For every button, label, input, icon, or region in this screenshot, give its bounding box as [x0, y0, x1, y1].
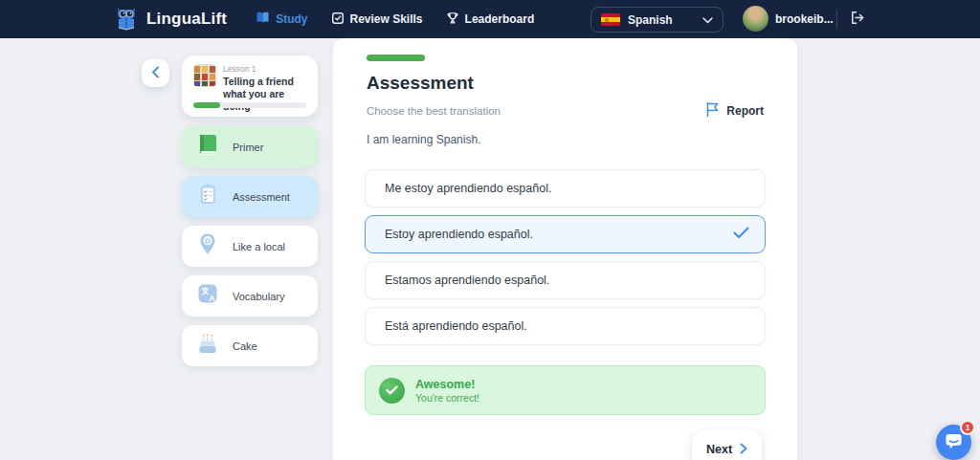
open-book-icon: [256, 11, 270, 27]
sidebar-item-primer[interactable]: Primer: [182, 126, 318, 167]
nav-item-label: Study: [276, 12, 307, 26]
navbar-divider: [836, 10, 837, 29]
instruction-text: Choose the best translation: [367, 105, 501, 117]
sidebar-item-label: Like a local: [233, 241, 285, 252]
flag-icon: [705, 101, 720, 120]
clipboard-icon: [195, 182, 220, 211]
cake-icon: [195, 331, 220, 361]
sidebar-item-cake[interactable]: Cake: [182, 325, 318, 366]
lesson-thumbnail: [193, 64, 216, 87]
feedback-banner: Awesome! You're correct!: [365, 365, 766, 415]
check-icon: [733, 227, 749, 242]
sidebar-item-like-a-local[interactable]: Like a local: [182, 226, 318, 267]
answer-option-text: Me estoy aprendiendo español.: [385, 182, 551, 195]
app-window: LinguaLift Study Rev: [0, 0, 980, 460]
answer-option-selected[interactable]: Estoy aprendiendo español.: [365, 215, 766, 253]
avatar: [743, 6, 768, 32]
primary-nav: Study Review Skills: [256, 11, 534, 28]
language-selector-value: Spanish: [628, 13, 673, 27]
lesson-progress-fill: [193, 102, 220, 108]
chevron-left-icon: [151, 66, 160, 81]
assessment-panel: Assessment Choose the best translation R…: [333, 38, 797, 460]
translate-icon: A: [195, 281, 220, 311]
chat-bubble-icon: [945, 432, 963, 453]
quiz-progress-bar: [367, 55, 425, 61]
sidebar-item-assessment[interactable]: Assessment: [182, 176, 318, 217]
nav-item-label: Review Skills: [350, 12, 423, 26]
next-button[interactable]: Next: [692, 430, 762, 460]
sidebar-item-label: Cake: [233, 340, 257, 352]
logout-icon[interactable]: [849, 10, 865, 30]
lesson-progress-bar: [193, 102, 306, 108]
answer-option-text: Estoy aprendiendo español.: [385, 228, 533, 241]
answer-option-text: Está aprendiendo español.: [385, 319, 527, 333]
owl-logo-icon: [113, 5, 140, 34]
checkbox-icon: [331, 11, 345, 28]
nav-item-leaderboard[interactable]: Leaderboard: [446, 11, 535, 28]
sidebar-item-label: Vocabulary: [233, 291, 284, 302]
spain-flag-icon: [601, 13, 620, 26]
top-navbar: LinguaLift Study Rev: [0, 0, 980, 38]
nav-item-review-skills[interactable]: Review Skills: [331, 11, 423, 28]
nav-item-study[interactable]: Study: [256, 11, 307, 27]
answer-options: Me estoy aprendiendo español. Estoy apre…: [365, 169, 766, 345]
green-book-icon: [195, 132, 220, 162]
answer-option[interactable]: Está aprendiendo español.: [365, 307, 766, 345]
answer-option[interactable]: Me estoy aprendiendo español.: [365, 169, 766, 208]
chat-launcher[interactable]: 1: [936, 425, 971, 460]
svg-text:A: A: [209, 294, 215, 303]
map-pin-house-icon: [195, 231, 220, 261]
brand[interactable]: LinguaLift: [113, 5, 227, 34]
trophy-icon: [446, 11, 459, 28]
lesson-card[interactable]: Lesson 1 Telling a friend what you are d…: [182, 55, 318, 117]
report-label: Report: [726, 104, 764, 118]
sidebar-item-label: Assessment: [233, 191, 290, 203]
brand-name: LinguaLift: [146, 10, 227, 29]
next-button-label: Next: [706, 443, 732, 456]
user-name: brookeib...: [775, 12, 834, 26]
lesson-steps: Primer Assessment: [182, 126, 318, 366]
notification-badge: 1: [960, 420, 975, 435]
lesson-eyebrow: Lesson 1: [223, 64, 306, 74]
feedback-subtitle: You're correct!: [415, 392, 479, 404]
language-selector[interactable]: Spanish: [590, 7, 724, 33]
answer-option-text: Estamos aprendiendo español.: [385, 274, 549, 287]
sidebar-item-vocabulary[interactable]: A Vocabulary: [182, 275, 318, 317]
content-area: Lesson 1 Telling a friend what you are d…: [0, 38, 980, 460]
report-button[interactable]: Report: [705, 101, 764, 120]
check-circle-icon: [379, 378, 405, 404]
question-text: I am learning Spanish.: [367, 133, 480, 146]
chevron-down-icon: [702, 13, 713, 27]
user-menu[interactable]: brookeib...: [743, 6, 834, 32]
page-title: Assessment: [367, 73, 474, 94]
nav-item-label: Leaderboard: [465, 12, 535, 26]
sidebar-item-label: Primer: [233, 142, 263, 153]
answer-option[interactable]: Estamos aprendiendo español.: [365, 261, 766, 299]
back-button[interactable]: [142, 59, 169, 87]
chevron-right-icon: [740, 443, 747, 457]
feedback-title: Awesome!: [415, 378, 479, 391]
